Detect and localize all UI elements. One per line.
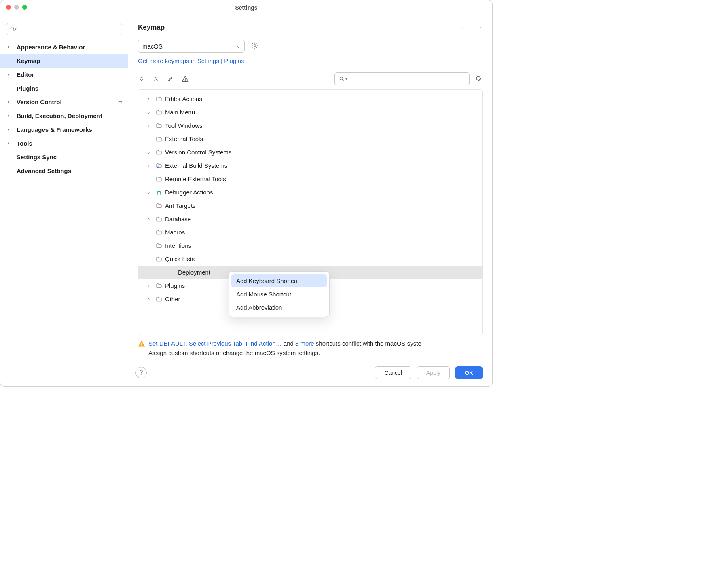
- tree-item[interactable]: ›Debugger Actions: [138, 186, 482, 199]
- tree-item-label: Editor Actions: [165, 95, 202, 102]
- sidebar-item-label: Plugins: [17, 85, 38, 92]
- minimize-window-icon[interactable]: [14, 5, 19, 10]
- warning-icon: [182, 75, 189, 82]
- page-title: Keymap: [138, 23, 165, 32]
- tree-item[interactable]: ›Remote External Tools: [138, 172, 482, 186]
- folder-icon: [155, 149, 163, 156]
- tree-item-label: Main Menu: [165, 109, 195, 116]
- bug-icon: [155, 189, 163, 196]
- conflict-link-set-default[interactable]: Set DEFAULT: [148, 340, 185, 347]
- tree-item-label: Ant Targets: [165, 202, 196, 209]
- folder-icon: [155, 202, 163, 209]
- folder-icon: [155, 296, 163, 303]
- folder-icon: [155, 122, 163, 129]
- sidebar-item-label: Settings Sync: [17, 154, 57, 161]
- link-separator: |: [221, 57, 222, 64]
- sidebar: ▾ ›Appearance & Behavior ›Keymap ›Editor…: [0, 15, 128, 386]
- maximize-window-icon[interactable]: [22, 5, 27, 10]
- sidebar-item-label: Version Control: [17, 99, 62, 106]
- svg-point-4: [185, 80, 186, 81]
- conflict-link-more[interactable]: 3 more: [295, 340, 314, 347]
- expand-all-button[interactable]: [138, 75, 145, 82]
- menu-item-add-keyboard-shortcut[interactable]: Add Keyboard Shortcut: [231, 274, 327, 287]
- main-panel: Keymap ← → macOS ⌄ Get more keymaps in S…: [128, 15, 492, 386]
- sidebar-item-build-execution-deployment[interactable]: ›Build, Execution, Deployment: [0, 109, 128, 122]
- sidebar-item-keymap[interactable]: ›Keymap: [0, 54, 128, 68]
- tree-item-label: Other: [165, 296, 180, 302]
- sidebar-item-languages-frameworks[interactable]: ›Languages & Frameworks: [0, 122, 128, 136]
- titlebar: Settings: [0, 0, 492, 15]
- window-controls: [6, 5, 27, 10]
- tree-item[interactable]: ⌄Quick Lists: [138, 252, 482, 266]
- sidebar-item-label: Advanced Settings: [17, 167, 71, 174]
- tree-item[interactable]: ›Macros: [138, 226, 482, 239]
- svg-line-15: [157, 194, 158, 194]
- find-shortcut-icon: [475, 75, 483, 83]
- breadcrumb-nav: ← →: [461, 23, 483, 32]
- conflict-link-prev-tab[interactable]: Select Previous Tab: [189, 340, 242, 347]
- sidebar-item-plugins[interactable]: ›Plugins: [0, 81, 128, 95]
- plugins-link[interactable]: Plugins: [224, 57, 244, 64]
- sidebar-item-tools[interactable]: ›Tools: [0, 136, 128, 150]
- tree-item[interactable]: ›External Build Systems: [138, 159, 482, 172]
- tree-item-label: Quick Lists: [165, 256, 195, 262]
- tree-item[interactable]: ›Tool Windows: [138, 119, 482, 132]
- keymap-scheme-select[interactable]: macOS ⌄: [138, 40, 245, 53]
- tree-item[interactable]: ›External Tools: [138, 132, 482, 146]
- svg-point-5: [340, 77, 343, 80]
- folder-icon: [155, 215, 163, 223]
- get-more-keymaps-link[interactable]: Get more keymaps in Settings: [138, 57, 219, 64]
- help-button[interactable]: ?: [135, 367, 147, 378]
- apply-button[interactable]: Apply: [417, 366, 450, 379]
- tree-item[interactable]: ›Ant Targets: [138, 199, 482, 212]
- sidebar-item-advanced-settings[interactable]: ›Advanced Settings: [0, 164, 128, 177]
- edit-shortcut-button[interactable]: [167, 75, 174, 82]
- conflict-text-tail: shortcuts conflict with the macOS syste: [314, 340, 421, 347]
- empty-icon: [166, 269, 176, 276]
- sidebar-item-appearance-behavior[interactable]: ›Appearance & Behavior: [0, 40, 128, 54]
- sidebar-item-label: Languages & Frameworks: [17, 126, 92, 133]
- back-icon[interactable]: ←: [461, 23, 468, 32]
- conflict-link-find-action[interactable]: Find Action…: [245, 340, 281, 347]
- main-header: Keymap ← →: [128, 15, 492, 36]
- tree-item-label: Database: [165, 215, 191, 222]
- folder-gear-icon: [155, 162, 163, 169]
- tree-item[interactable]: ›Version Control Systems: [138, 146, 482, 159]
- sidebar-item-version-control[interactable]: ›Version Control▭: [0, 95, 128, 109]
- show-conflicts-button[interactable]: [182, 75, 189, 82]
- folder-icon: [155, 282, 163, 289]
- folder-icon: [155, 229, 163, 236]
- sidebar-item-label: Keymap: [17, 57, 40, 64]
- tree-item[interactable]: ›Database: [138, 212, 482, 226]
- close-window-icon[interactable]: [6, 5, 11, 10]
- pencil-icon: [167, 76, 174, 82]
- sidebar-item-settings-sync[interactable]: ›Settings Sync: [0, 150, 128, 164]
- svg-point-2: [254, 44, 256, 46]
- search-options-icon[interactable]: ▾: [15, 27, 17, 31]
- tree-item[interactable]: ›Editor Actions: [138, 92, 482, 106]
- keymap-scheme-value: macOS: [142, 43, 163, 50]
- svg-line-11: [157, 191, 158, 192]
- folder-icon: [155, 135, 163, 143]
- find-by-shortcut-button[interactable]: [475, 75, 483, 82]
- collapse-all-button[interactable]: [152, 75, 160, 82]
- context-menu: Add Keyboard Shortcut Add Mouse Shortcut…: [229, 271, 330, 317]
- body: ▾ ›Appearance & Behavior ›Keymap ›Editor…: [0, 15, 492, 386]
- ok-button[interactable]: OK: [455, 366, 483, 379]
- warning-icon: [138, 340, 145, 347]
- sidebar-search-input[interactable]: ▾: [6, 23, 122, 35]
- tree-item-label: Tool Windows: [165, 122, 203, 129]
- forward-icon[interactable]: →: [475, 23, 483, 32]
- menu-item-add-mouse-shortcut[interactable]: Add Mouse Shortcut: [231, 287, 327, 301]
- menu-item-add-abbreviation[interactable]: Add Abbreviation: [231, 301, 327, 314]
- tree-item[interactable]: ›Intentions: [138, 239, 482, 252]
- folder-icon: [155, 175, 163, 183]
- folder-icon: [155, 242, 163, 249]
- search-options-icon[interactable]: ▾: [345, 77, 347, 81]
- tree-item[interactable]: ›Main Menu: [138, 106, 482, 119]
- sidebar-item-editor[interactable]: ›Editor: [0, 68, 128, 81]
- tree-item-label: External Tools: [165, 135, 203, 142]
- keymap-scheme-actions-button[interactable]: [251, 42, 258, 51]
- action-search-input[interactable]: ▾: [334, 72, 470, 85]
- cancel-button[interactable]: Cancel: [375, 366, 411, 379]
